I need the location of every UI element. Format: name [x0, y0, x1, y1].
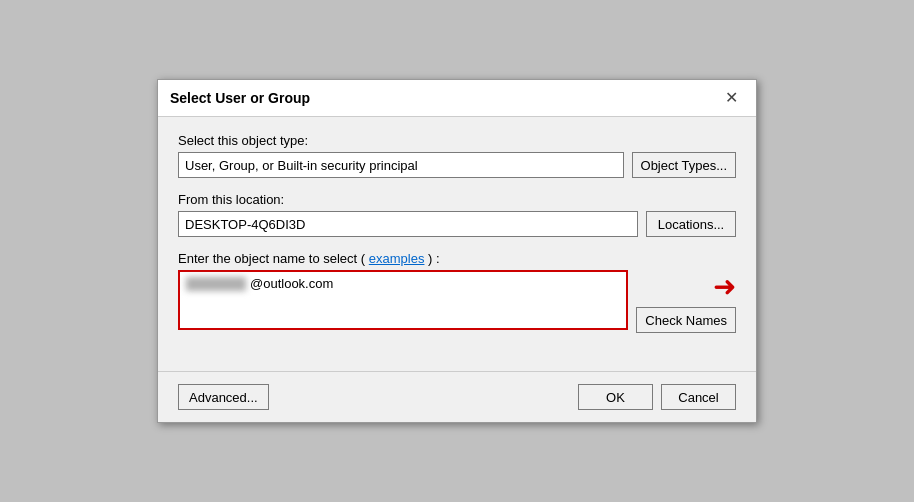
object-type-row: Object Types...: [178, 152, 736, 178]
dialog-body: Select this object type: Object Types...…: [158, 117, 756, 363]
object-name-entry: @outlook.com: [186, 276, 620, 291]
location-row: Locations...: [178, 211, 736, 237]
label-colon: :: [436, 251, 440, 266]
location-group: From this location: Locations...: [178, 192, 736, 237]
object-types-button[interactable]: Object Types...: [632, 152, 736, 178]
advanced-button[interactable]: Advanced...: [178, 384, 269, 410]
blurred-email-prefix: [186, 277, 246, 291]
object-name-group: Enter the object name to select ( exampl…: [178, 251, 736, 333]
open-paren: (: [361, 251, 365, 266]
examples-link[interactable]: examples: [369, 251, 425, 266]
arrow-icon: ➜: [713, 270, 736, 303]
ok-button[interactable]: OK: [578, 384, 653, 410]
arrow-indicator: ➜: [646, 270, 736, 303]
object-type-group: Select this object type: Object Types...: [178, 133, 736, 178]
object-name-box[interactable]: @outlook.com: [178, 270, 628, 330]
check-names-wrapper: ➜ Check Names: [636, 270, 736, 333]
close-button[interactable]: ✕: [719, 88, 744, 108]
object-type-label: Select this object type:: [178, 133, 736, 148]
object-name-row: @outlook.com ➜ Check Names: [178, 270, 736, 333]
object-name-label: Enter the object name to select ( exampl…: [178, 251, 736, 266]
location-label: From this location:: [178, 192, 736, 207]
object-name-label-text: Enter the object name to select: [178, 251, 357, 266]
select-user-dialog: Select User or Group ✕ Select this objec…: [157, 79, 757, 423]
dialog-footer: Advanced... OK Cancel: [158, 371, 756, 422]
object-type-input[interactable]: [178, 152, 624, 178]
email-suffix: @outlook.com: [250, 276, 333, 291]
title-bar: Select User or Group ✕: [158, 80, 756, 117]
locations-button[interactable]: Locations...: [646, 211, 736, 237]
close-paren: ): [428, 251, 432, 266]
footer-right-buttons: OK Cancel: [578, 384, 736, 410]
check-names-button[interactable]: Check Names: [636, 307, 736, 333]
cancel-button[interactable]: Cancel: [661, 384, 736, 410]
dialog-title: Select User or Group: [170, 90, 310, 106]
location-input[interactable]: [178, 211, 638, 237]
